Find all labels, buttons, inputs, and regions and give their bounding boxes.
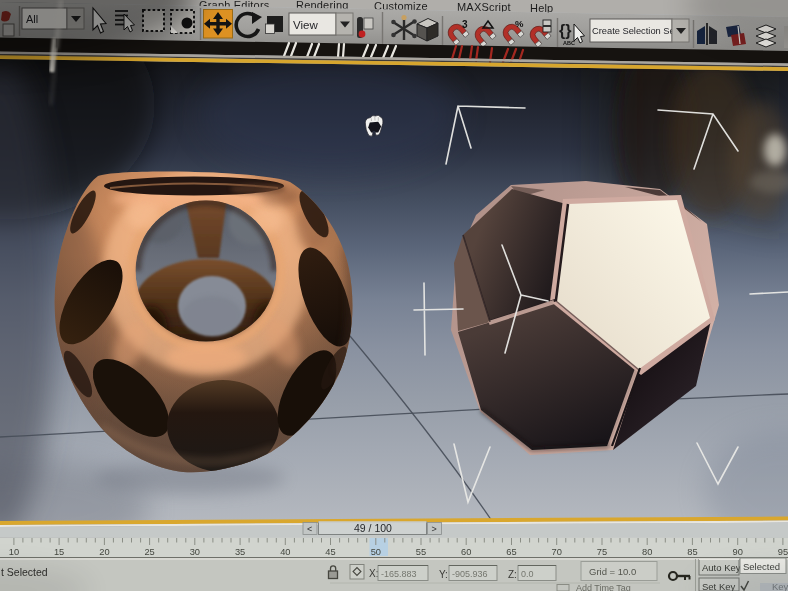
svg-text:50: 50 — [371, 547, 381, 557]
svg-text:95: 95 — [778, 547, 788, 557]
svg-text:80: 80 — [642, 547, 652, 557]
svg-text:40: 40 — [280, 547, 290, 557]
svg-text:Help: Help — [530, 2, 553, 14]
svg-text:20: 20 — [99, 547, 109, 557]
svg-text:25: 25 — [144, 547, 154, 557]
svg-text:90: 90 — [733, 547, 743, 557]
svg-text:Y:: Y: — [439, 569, 448, 580]
svg-text:0.0: 0.0 — [521, 569, 534, 579]
svg-text:-905.936: -905.936 — [452, 569, 488, 579]
svg-text:Z:: Z: — [508, 569, 517, 580]
svg-text:3: 3 — [462, 19, 468, 30]
svg-text:15: 15 — [54, 547, 64, 557]
svg-text:-165.883: -165.883 — [381, 569, 417, 579]
svg-text:10: 10 — [9, 547, 19, 557]
svg-text:Add Time Tag: Add Time Tag — [576, 583, 631, 591]
svg-text:Grid = 10.0: Grid = 10.0 — [589, 566, 636, 577]
svg-text:70: 70 — [552, 547, 562, 557]
svg-text:ABC: ABC — [563, 40, 575, 46]
svg-text:>: > — [432, 524, 437, 534]
svg-text:60: 60 — [461, 547, 471, 557]
svg-text:<: < — [307, 524, 312, 534]
svg-text:55: 55 — [416, 547, 426, 557]
svg-text:75: 75 — [597, 547, 607, 557]
svg-text:%: % — [515, 18, 524, 29]
svg-text:35: 35 — [235, 547, 245, 557]
svg-text:{}: {} — [559, 22, 571, 39]
svg-text:45: 45 — [325, 547, 335, 557]
svg-text:View: View — [293, 19, 318, 31]
svg-text:X:: X: — [369, 568, 378, 579]
svg-text:85: 85 — [687, 547, 697, 557]
svg-text:30: 30 — [190, 547, 200, 557]
svg-text:49 / 100: 49 / 100 — [354, 522, 392, 534]
svg-text:65: 65 — [506, 547, 516, 557]
svg-text:Create Selection Set: Create Selection Set — [592, 26, 678, 36]
